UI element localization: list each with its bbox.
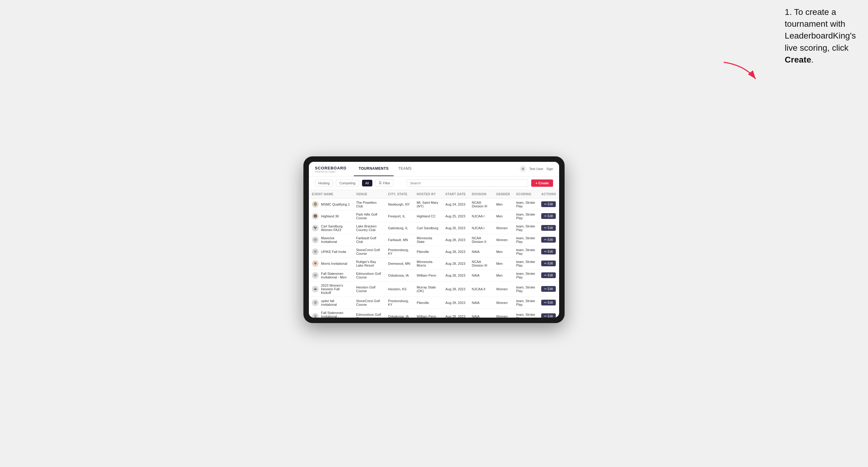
edit-button[interactable]: ✏ Edit (541, 213, 556, 219)
create-button[interactable]: + Create (531, 180, 553, 187)
cell-city: Newburgh, NY (385, 198, 414, 210)
cell-city: Faribault, MN (385, 234, 414, 246)
cell-gender: Women (493, 297, 513, 309)
cell-date: Aug 28, 2023 (442, 309, 469, 318)
edit-button[interactable]: ✏ Edit (541, 286, 556, 292)
col-division: DIVISION (469, 190, 493, 198)
event-icon: 🦁 (312, 201, 318, 208)
event-name-text: Maverick Invitational (321, 236, 350, 244)
all-button[interactable]: All (362, 180, 372, 186)
cell-division: NAIA (469, 269, 493, 281)
cell-event-name: 🐺 upike fall invitational (309, 297, 353, 309)
event-name-text: MSMC Qualifying 1 (321, 203, 350, 206)
edit-button[interactable]: ✏ Edit (541, 249, 556, 254)
cell-scoring: team, Stroke Play (513, 246, 538, 257)
edit-button[interactable]: ✏ Edit (541, 300, 556, 306)
cell-gender: Men (493, 210, 513, 222)
cell-gender: Men (493, 269, 513, 281)
table-row: 🐻 Highland 36 Park Hills Golf Course Fre… (309, 210, 559, 222)
cell-gender: Women (493, 234, 513, 246)
cell-scoring: team, Stroke Play (513, 269, 538, 281)
col-gender: GENDER (493, 190, 513, 198)
cell-division: NAIA (469, 246, 493, 257)
tab-teams[interactable]: TEAMS (394, 162, 417, 177)
edit-button[interactable]: ✏ Edit (541, 313, 556, 318)
event-name-text: Carl Sandburg Women FA23 (321, 224, 350, 232)
cell-city: Oskaloosa, IA (385, 309, 414, 318)
edit-button[interactable]: ✏ Edit (541, 225, 556, 231)
cell-city: Hesston, KS (385, 281, 414, 297)
cell-division: NCAA Division II (469, 234, 493, 246)
cell-division: NJCAA II (469, 281, 493, 297)
red-arrow (721, 59, 760, 84)
cell-actions: ✏ Edit (538, 297, 559, 309)
event-icon: 🐺 (312, 313, 318, 318)
cell-gender: Men (493, 257, 513, 269)
cell-scoring: team, Stroke Play (513, 234, 538, 246)
filter-button[interactable]: ☰ Filter (375, 180, 394, 186)
event-name-text: Fall Statesmen Invitational - Men (321, 272, 350, 279)
edit-button[interactable]: ✏ Edit (541, 201, 556, 207)
cell-gender: Men (493, 246, 513, 257)
edit-button[interactable]: ✏ Edit (541, 260, 556, 266)
table-row: 🦅 Carl Sandburg Women FA23 Lake Bracken … (309, 222, 559, 234)
cell-host: William Penn (414, 269, 442, 281)
hosting-button[interactable]: Hosting (315, 180, 333, 186)
cell-division: NAIA (469, 297, 493, 309)
cell-division: NCAA Division III (469, 257, 493, 269)
cell-gender: Women (493, 309, 513, 318)
cell-division: NJCAA I (469, 210, 493, 222)
cell-gender: Women (493, 222, 513, 234)
cell-date: Aug 28, 2023 (442, 297, 469, 309)
search-input[interactable] (407, 180, 528, 187)
cell-venue: Edmundson Golf Course (353, 269, 385, 281)
cell-date: Aug 26, 2023 (442, 222, 469, 234)
events-table: EVENT NAME VENUE CITY, STATE HOSTED BY S… (309, 190, 559, 318)
cell-city: Freeport, IL (385, 210, 414, 222)
cell-date: Aug 28, 2023 (442, 234, 469, 246)
table-row: 🦁 MSMC Qualifying 1 The Powelton Club Ne… (309, 198, 559, 210)
cell-actions: ✏ Edit (538, 234, 559, 246)
cell-venue: Ruttger's Bay Lake Resort (353, 257, 385, 269)
col-venue: VENUE (353, 190, 385, 198)
table-row: 🐺 Fall Statesmen Invitational - Women Ed… (309, 309, 559, 318)
sign-link[interactable]: Sign (546, 167, 553, 170)
edit-button[interactable]: ✏ Edit (541, 237, 556, 243)
cell-gender: Men (493, 198, 513, 210)
annotation-cta: Create (785, 55, 811, 64)
tab-tournaments[interactable]: TOURNAMENTS (354, 162, 394, 177)
col-start-date: START DATE (442, 190, 469, 198)
competing-button[interactable]: Competing (336, 180, 359, 186)
cell-host: Carl Sandburg (414, 222, 442, 234)
settings-icon[interactable]: ⚙ (520, 165, 526, 172)
logo: SCOREBOARD Powered by Clippit (315, 165, 346, 173)
cell-scoring: team, Stroke Play (513, 257, 538, 269)
cell-city: Prestonsburg, KY (385, 297, 414, 309)
cell-venue: Edmundson Golf Course (353, 309, 385, 318)
search-box (407, 180, 528, 187)
cell-event-name: 🐺 Fall Statesmen Invitational - Women (309, 309, 353, 318)
cell-host: Minnesota-Morris (414, 257, 442, 269)
table-row: 🐺 Maverick Invitational Faribault Golf C… (309, 234, 559, 246)
col-city-state: CITY, STATE (385, 190, 414, 198)
event-name-text: Highland 36 (321, 214, 339, 218)
table-row: 🐺 upike fall invitational StoneCrest Gol… (309, 297, 559, 309)
cell-scoring: team, Stroke Play (513, 309, 538, 318)
cell-actions: ✏ Edit (538, 281, 559, 297)
nav-tabs: TOURNAMENTS TEAMS (354, 162, 520, 177)
col-hosted-by: HOSTED BY (414, 190, 442, 198)
tablet-screen: SCOREBOARD Powered by Clippit TOURNAMENT… (309, 162, 559, 318)
col-actions: ACTIONS (538, 190, 559, 198)
cell-event-name: 🦁 MSMC Qualifying 1 (309, 198, 353, 210)
cell-date: Aug 25, 2023 (442, 210, 469, 222)
cell-host: Pikeville (414, 246, 442, 257)
edit-button[interactable]: ✏ Edit (541, 272, 556, 278)
cell-actions: ✏ Edit (538, 246, 559, 257)
nav-right: ⚙ Test User Sign (520, 165, 553, 172)
cell-date: Aug 28, 2023 (442, 246, 469, 257)
table-row: 🐺 UPIKE Fall Invite StoneCrest Golf Cour… (309, 246, 559, 257)
cell-event-name: 🦝 2023 Women's Hesston Fall Kickoff (309, 281, 353, 297)
annotation-text: 1. To create a tournament with Leaderboa… (785, 6, 856, 66)
cell-division: NAIA (469, 309, 493, 318)
cell-host: Murray State (OK) (414, 281, 442, 297)
